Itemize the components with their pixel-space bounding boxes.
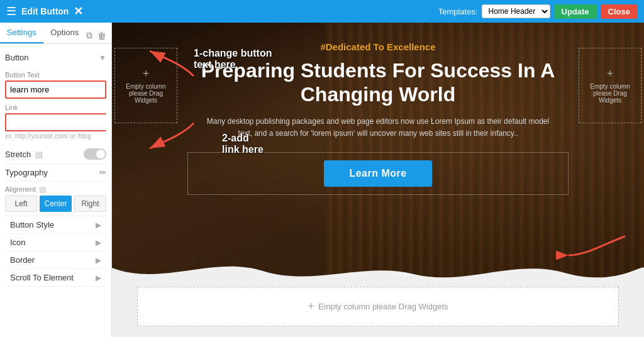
copy-icon[interactable]: ⧉ xyxy=(86,30,92,41)
icon-label: Icon xyxy=(10,238,26,247)
button-text-input[interactable] xyxy=(5,80,106,99)
stretch-row: Stretch ⬜ xyxy=(5,145,106,164)
stretch-toggle[interactable] xyxy=(84,148,106,160)
typography-label: Typography xyxy=(5,168,48,177)
learn-more-container: Learn More xyxy=(187,152,569,195)
trash-icon[interactable]: 🗑 xyxy=(97,31,106,41)
stretch-label: Stretch ⬜ xyxy=(5,150,42,159)
button-style-row[interactable]: Button Style ▶ xyxy=(5,216,106,234)
top-bar-close-button[interactable]: ✕ xyxy=(74,4,83,18)
border-row[interactable]: Border ▶ xyxy=(5,251,106,269)
learn-more-button[interactable]: Learn More xyxy=(324,160,431,187)
border-arrow: ▶ xyxy=(96,256,101,265)
tab-settings[interactable]: Settings xyxy=(0,23,43,43)
scroll-to-element-row[interactable]: Scroll To Element ▶ xyxy=(5,269,106,287)
icon-row[interactable]: Icon ▶ xyxy=(5,234,106,251)
wave-bottom xyxy=(112,255,644,287)
close-x-icon: ✕ xyxy=(74,5,83,18)
update-button[interactable]: Update xyxy=(554,4,597,19)
icon-arrow: ▶ xyxy=(96,238,101,247)
align-left-button[interactable]: Left xyxy=(5,196,37,212)
link-input[interactable] xyxy=(6,114,112,130)
hero-title: Preparing Students For Success In A Chan… xyxy=(187,58,569,107)
link-placeholder-text: ex. http://yoursite.com/ or /blog xyxy=(5,133,106,140)
templates-label: Templates: xyxy=(438,7,478,16)
main-layout: Settings Options ⧉ 🗑 Button ▼ Button Tex… xyxy=(0,23,644,337)
sidebar: Settings Options ⧉ 🗑 Button ▼ Button Tex… xyxy=(0,23,112,337)
top-bar-right: Templates: Home Header Update Close xyxy=(438,4,638,19)
button-type-row[interactable]: Button ▼ xyxy=(5,49,106,66)
button-style-label: Button Style xyxy=(10,220,54,229)
close-button[interactable]: Close xyxy=(601,4,638,19)
sidebar-tabs: Settings Options ⧉ 🗑 xyxy=(0,23,111,44)
top-bar-title: Edit Button xyxy=(21,6,69,16)
sidebar-icons: ⧉ 🗑 xyxy=(86,23,111,43)
hero-content: #Dedicated To Excellence Preparing Stude… xyxy=(112,23,644,207)
content-area: + Empty column please Drag Widgets + Emp… xyxy=(112,23,644,337)
alignment-label: Alignment ⬜ xyxy=(5,185,106,193)
edit-pencil-icon[interactable]: ✏ xyxy=(99,168,106,177)
top-bar-left: ☰ Edit Button ✕ xyxy=(6,4,83,18)
button-section: Button ▼ Button Text Link ⚙ ex. http://y… xyxy=(0,44,111,292)
stretch-icon: ⬜ xyxy=(35,152,42,158)
top-bar: ☰ Edit Button ✕ Templates: Home Header U… xyxy=(0,0,644,23)
align-center-button[interactable]: Center xyxy=(40,196,72,212)
tab-options[interactable]: Options xyxy=(43,23,87,43)
templates-select[interactable]: Home Header xyxy=(482,4,550,18)
scroll-to-label: Scroll To Element xyxy=(10,273,74,282)
typography-row[interactable]: Typography ✏ xyxy=(5,164,106,182)
align-icon: ⬜ xyxy=(39,187,46,193)
button-type-arrow: ▼ xyxy=(99,53,106,62)
alignment-section: Alignment ⬜ Left Center Right xyxy=(5,182,106,216)
hamburger-icon[interactable]: ☰ xyxy=(6,4,16,18)
align-right-button[interactable]: Right xyxy=(74,196,106,212)
align-buttons: Left Center Right xyxy=(5,196,106,212)
button-type-label: Button xyxy=(5,53,29,62)
link-input-row: ⚙ xyxy=(5,113,106,131)
below-hero-label: Empty column please Drag Widgets xyxy=(318,302,448,311)
hero-tagline: #Dedicated To Excellence xyxy=(320,41,435,52)
button-style-arrow: ▶ xyxy=(96,221,101,229)
scroll-arrow: ▶ xyxy=(96,273,101,282)
border-label: Border xyxy=(10,255,35,265)
hero-section: + Empty column please Drag Widgets + Emp… xyxy=(112,23,644,287)
button-text-field-label: Button Text xyxy=(5,71,106,79)
hero-description: Many desktop publishing packages and web… xyxy=(202,116,554,140)
link-field-label: Link xyxy=(5,104,106,111)
below-hero-plus: + xyxy=(308,300,314,313)
below-hero: + Empty column please Drag Widgets xyxy=(137,287,619,326)
